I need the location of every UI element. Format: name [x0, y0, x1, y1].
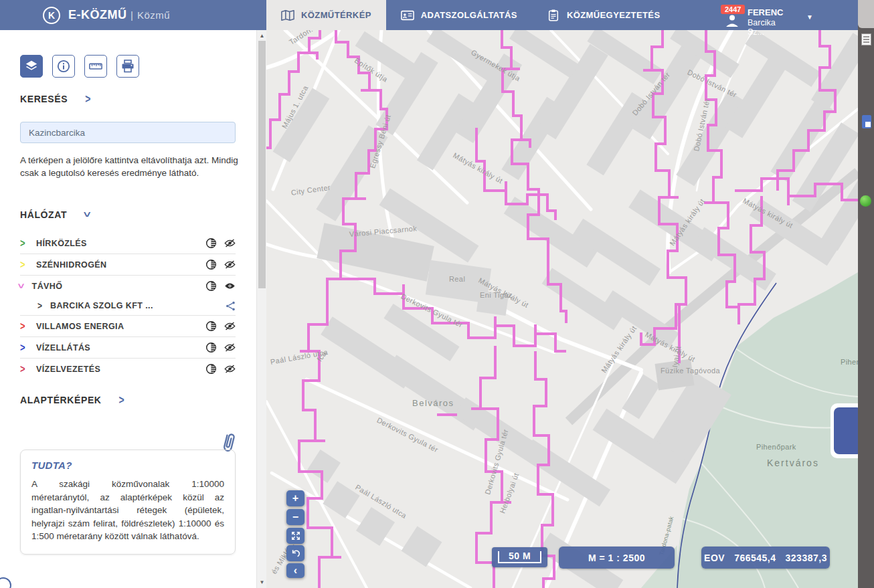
network-item-vizellatas[interactable]: > VÍZELLÁTÁS [20, 337, 236, 358]
network-item-label: TÁVHŐ [32, 282, 205, 291]
network-item-vizelvezetes[interactable]: > VÍZELVEZETÉS [20, 359, 236, 379]
map-label: Belváros [412, 398, 454, 408]
map-base-layer [266, 30, 858, 588]
fullscreen-button[interactable] [286, 528, 304, 544]
map-label: Pihen [841, 358, 858, 366]
info-button[interactable] [52, 55, 75, 78]
collapse-panel-button[interactable]: ‹ [286, 563, 304, 578]
tab-label: KÖZMŰTÉRKÉP [301, 10, 371, 20]
network-item-hirkozles[interactable]: > HÍRKÖZLÉS [20, 233, 236, 254]
contrast-icon[interactable] [205, 237, 217, 249]
eye-icon[interactable] [224, 280, 236, 292]
user-icon [725, 15, 739, 27]
coordinate-display: EOV 766545,4 323387,3 [701, 547, 830, 569]
network-item-label: SZÉNHIDROGÉN [36, 260, 205, 270]
network-item-tavho[interactable]: > TÁVHŐ [20, 276, 236, 296]
scale-bar-label: 50 M [509, 551, 531, 561]
desktop-edge-strip [858, 0, 874, 588]
map-label: Real [449, 275, 465, 283]
network-item-label: VÍZELVEZETÉS [36, 365, 205, 374]
scroll-down-icon[interactable]: ▼ [257, 579, 267, 585]
scale-bar: 50 M [492, 547, 547, 567]
user-name: FERENC [748, 7, 783, 17]
scale-ratio: M = 1 : 2500 [559, 547, 675, 569]
layers-button[interactable] [20, 55, 43, 78]
sidebar-scrollbar[interactable]: ▲ ▼ [256, 30, 266, 588]
undo-icon [291, 549, 300, 558]
app-title-main: E-KÖZMŰ [68, 8, 127, 21]
eye-off-icon[interactable] [224, 320, 236, 332]
network-list: > HÍRKÖZLÉS > SZÉNHIDROGÉN > TÁVHŐ > BAR… [20, 233, 236, 379]
network-subitem-barcika-szolg[interactable]: > BARCIKA SZOLG KFT ... [20, 296, 236, 315]
search-section-header[interactable]: KERESÉS > [20, 94, 91, 104]
tip-card: TUDTA? A szakági közművonalak 1:10000 mé… [20, 450, 236, 555]
file-shortcut-icon[interactable] [862, 115, 871, 128]
measure-button[interactable] [84, 55, 107, 78]
app-title-separator: | [130, 9, 133, 21]
app-title: E-KÖZMŰ | Közmű [68, 8, 170, 22]
coord-system: EOV [704, 553, 725, 563]
coord-x: 766545,4 [734, 553, 776, 563]
chevron-down-icon: ▼ [806, 13, 813, 21]
network-item-szenhidrogen[interactable]: > SZÉNHIDROGÉN [20, 254, 236, 275]
network-item-label: VÍZELLÁTÁS [36, 343, 205, 353]
eye-off-icon[interactable] [224, 342, 236, 353]
chevron-down-icon: > [80, 212, 94, 218]
map-icon [281, 9, 294, 21]
tip-title: TUDTA? [31, 460, 224, 471]
tab-kozmuterkep[interactable]: KÖZMŰTÉRKÉP [266, 0, 386, 30]
print-button[interactable] [116, 55, 139, 78]
chevron-right-icon: > [85, 92, 91, 106]
network-item-label: HÍRKÖZLÉS [36, 239, 205, 248]
status-dot-icon[interactable] [860, 195, 871, 207]
zoom-in-button[interactable]: + [286, 490, 304, 506]
network-item-label: VILLAMOS ENERGIA [36, 322, 205, 331]
contrast-icon[interactable] [205, 320, 217, 332]
network-subitem-label: BARCIKA SZOLG KFT ... [50, 301, 226, 310]
e-kozmu-app: K E-KÖZMŰ | Közmű KÖZMŰTÉRKÉP ADATSZOLGÁ… [0, 0, 874, 588]
chevron-right-icon: > [20, 259, 36, 271]
map-label: Füzike Tagóvoda [661, 367, 720, 375]
basemaps-section-header[interactable]: ALAPTÉRKÉPEK > [20, 395, 124, 405]
contrast-icon[interactable] [205, 259, 217, 270]
document-shortcut-icon[interactable] [861, 33, 871, 45]
header: K E-KÖZMŰ | Közmű KÖZMŰTÉRKÉP ADATSZOLGÁ… [0, 0, 874, 30]
contrast-icon[interactable] [205, 363, 217, 375]
sidebar: KERESÉS > A térképen a jelölőre kattintv… [0, 30, 256, 588]
tab-adatszolgaltatas[interactable]: ADATSZOLGÁLTATÁS [386, 0, 532, 30]
eye-off-icon[interactable] [224, 237, 236, 249]
chevron-right-icon: > [20, 342, 36, 354]
main-tabs: KÖZMŰTÉRKÉP ADATSZOLGÁLTATÁS KÖZMŰEGYEZT… [266, 0, 675, 30]
edge-corner [858, 0, 874, 28]
tab-label: KÖZMŰEGYEZTETÉS [567, 10, 661, 20]
undo-button[interactable] [286, 545, 304, 561]
search-section-title: KERESÉS [20, 94, 68, 104]
id-card-icon [401, 9, 414, 21]
zoom-out-button[interactable]: − [286, 509, 304, 525]
chevron-right-icon: > [119, 393, 125, 407]
help-button-partial[interactable] [0, 577, 11, 588]
info-icon [57, 60, 70, 73]
chevron-right-icon: > [37, 300, 42, 312]
share-icon[interactable] [226, 301, 236, 311]
search-hint: A térképen a jelölőre kattintva eltávolí… [20, 154, 238, 179]
tab-kozmuegyeztetes[interactable]: KÖZMŰEGYEZTETÉS [532, 0, 675, 30]
chevron-right-icon: > [20, 320, 36, 332]
scrollbar-thumb[interactable] [258, 41, 266, 288]
coord-y: 323387,3 [786, 553, 827, 563]
contrast-icon[interactable] [205, 342, 217, 353]
ruler-icon [89, 60, 102, 73]
scale-ratio-label: M = 1 : 2500 [588, 553, 645, 563]
map-canvas[interactable]: Tardon... Építők útja Gyermekek útja Máj… [266, 30, 858, 588]
network-section-header[interactable]: HÁLÓZAT > [20, 209, 90, 220]
eye-off-icon[interactable] [224, 259, 236, 270]
contrast-icon[interactable] [205, 280, 217, 292]
logo-k-icon: K [43, 7, 60, 24]
search-input[interactable] [20, 122, 236, 143]
app-logo: K E-KÖZMŰ | Közmű [43, 0, 170, 30]
network-item-villamos-energia[interactable]: > VILLAMOS ENERGIA [20, 316, 236, 336]
scroll-up-icon[interactable]: ▲ [257, 33, 267, 39]
clipboard-icon [547, 9, 560, 21]
eye-off-icon[interactable] [224, 363, 236, 375]
layers-icon [25, 60, 38, 73]
